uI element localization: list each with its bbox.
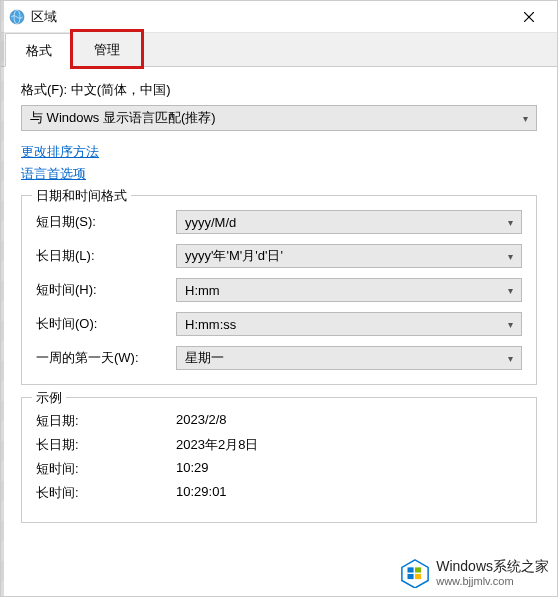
example-label: 长时间: bbox=[36, 484, 176, 502]
select-first-day[interactable]: 星期一 ▾ bbox=[176, 346, 522, 370]
example-long-date: 长日期: 2023年2月8日 bbox=[36, 436, 522, 454]
label-long-time: 长时间(O): bbox=[36, 315, 176, 333]
window-title: 区域 bbox=[31, 8, 509, 26]
select-long-time[interactable]: H:mm:ss ▾ bbox=[176, 312, 522, 336]
row-long-time: 长时间(O): H:mm:ss ▾ bbox=[36, 312, 522, 336]
watermark-url: www.bjjmlv.com bbox=[436, 575, 549, 588]
titlebar: 区域 bbox=[1, 1, 557, 33]
watermark: Windows系统之家 www.bjjmlv.com bbox=[400, 558, 549, 588]
chevron-down-icon: ▾ bbox=[508, 251, 513, 262]
row-short-time: 短时间(H): H:mm ▾ bbox=[36, 278, 522, 302]
windows-logo-icon bbox=[400, 558, 430, 588]
svg-rect-5 bbox=[415, 567, 421, 572]
format-select-value: 与 Windows 显示语言匹配(推荐) bbox=[30, 109, 216, 127]
row-short-date: 短日期(S): yyyy/M/d ▾ bbox=[36, 210, 522, 234]
example-label: 短时间: bbox=[36, 460, 176, 478]
select-value: yyyy'年'M'月'd'日' bbox=[185, 247, 283, 265]
group-title: 日期和时间格式 bbox=[32, 187, 131, 205]
region-dialog: 区域 格式 管理 格式(F): 中文(简体，中国) 与 Windows 显示语言… bbox=[0, 0, 558, 597]
example-value: 10:29 bbox=[176, 460, 209, 478]
svg-rect-7 bbox=[415, 574, 421, 579]
label-short-date: 短日期(S): bbox=[36, 213, 176, 231]
example-group: 示例 短日期: 2023/2/8 长日期: 2023年2月8日 短时间: 10:… bbox=[21, 397, 537, 523]
watermark-text: Windows系统之家 www.bjjmlv.com bbox=[436, 558, 549, 588]
group-title: 示例 bbox=[32, 389, 66, 407]
globe-icon bbox=[9, 9, 25, 25]
close-button[interactable] bbox=[509, 3, 549, 31]
link-sort-method[interactable]: 更改排序方法 bbox=[21, 143, 537, 161]
svg-rect-4 bbox=[408, 567, 414, 572]
select-long-date[interactable]: yyyy'年'M'月'd'日' ▾ bbox=[176, 244, 522, 268]
select-value: 星期一 bbox=[185, 349, 224, 367]
example-value: 2023/2/8 bbox=[176, 412, 227, 430]
label-long-date: 长日期(L): bbox=[36, 247, 176, 265]
row-first-day: 一周的第一天(W): 星期一 ▾ bbox=[36, 346, 522, 370]
left-edge-artifact bbox=[1, 1, 4, 596]
format-select[interactable]: 与 Windows 显示语言匹配(推荐) ▾ bbox=[21, 105, 537, 131]
link-language-prefs[interactable]: 语言首选项 bbox=[21, 165, 537, 183]
row-long-date: 长日期(L): yyyy'年'M'月'd'日' ▾ bbox=[36, 244, 522, 268]
tab-admin[interactable]: 管理 bbox=[73, 32, 141, 66]
tab-label: 管理 bbox=[94, 42, 120, 57]
example-label: 短日期: bbox=[36, 412, 176, 430]
select-value: H:mm bbox=[185, 283, 220, 298]
example-label: 长日期: bbox=[36, 436, 176, 454]
links-block: 更改排序方法 语言首选项 bbox=[21, 143, 537, 183]
example-value: 2023年2月8日 bbox=[176, 436, 258, 454]
format-label: 格式(F): 中文(简体，中国) bbox=[21, 81, 537, 99]
chevron-down-icon: ▾ bbox=[508, 217, 513, 228]
chevron-down-icon: ▾ bbox=[508, 353, 513, 364]
tabstrip: 格式 管理 bbox=[1, 33, 557, 67]
example-value: 10:29:01 bbox=[176, 484, 227, 502]
label-first-day: 一周的第一天(W): bbox=[36, 349, 176, 367]
example-long-time: 长时间: 10:29:01 bbox=[36, 484, 522, 502]
chevron-down-icon: ▾ bbox=[508, 319, 513, 330]
tab-format[interactable]: 格式 bbox=[5, 33, 73, 67]
tab-label: 格式 bbox=[26, 43, 52, 58]
select-short-date[interactable]: yyyy/M/d ▾ bbox=[176, 210, 522, 234]
select-short-time[interactable]: H:mm ▾ bbox=[176, 278, 522, 302]
label-short-time: 短时间(H): bbox=[36, 281, 176, 299]
example-short-date: 短日期: 2023/2/8 bbox=[36, 412, 522, 430]
select-value: yyyy/M/d bbox=[185, 215, 236, 230]
example-short-time: 短时间: 10:29 bbox=[36, 460, 522, 478]
select-value: H:mm:ss bbox=[185, 317, 236, 332]
chevron-down-icon: ▾ bbox=[508, 285, 513, 296]
svg-rect-6 bbox=[408, 574, 414, 579]
datetime-format-group: 日期和时间格式 短日期(S): yyyy/M/d ▾ 长日期(L): yyyy'… bbox=[21, 195, 537, 385]
tab-content: 格式(F): 中文(简体，中国) 与 Windows 显示语言匹配(推荐) ▾ … bbox=[1, 67, 557, 537]
watermark-title: Windows系统之家 bbox=[436, 558, 549, 575]
chevron-down-icon: ▾ bbox=[523, 113, 528, 124]
